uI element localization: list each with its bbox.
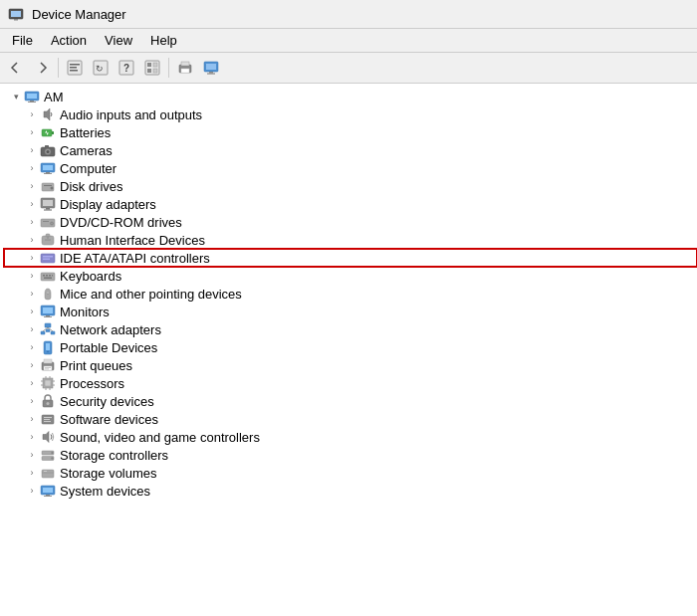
svg-rect-26 bbox=[28, 102, 36, 103]
tree-item-computer[interactable]: › Computer bbox=[4, 159, 697, 177]
tree-item-display[interactable]: › Display adapters bbox=[4, 195, 697, 213]
storage-ctrl-icon bbox=[40, 447, 56, 463]
toolbar: ↻ ? bbox=[0, 53, 697, 84]
system-expand[interactable]: › bbox=[24, 483, 40, 499]
system-icon bbox=[40, 483, 56, 499]
svg-rect-56 bbox=[46, 275, 48, 277]
security-icon bbox=[40, 393, 56, 409]
svg-rect-43 bbox=[44, 210, 52, 211]
ide-icon bbox=[40, 250, 56, 266]
svg-rect-103 bbox=[44, 471, 47, 472]
svg-rect-65 bbox=[44, 316, 52, 317]
print-expand[interactable]: › bbox=[24, 357, 40, 373]
sound-expand[interactable]: › bbox=[24, 429, 40, 445]
content-area[interactable]: ▾ AM › Audio inputs and outputs bbox=[0, 84, 697, 610]
svg-rect-18 bbox=[181, 69, 189, 73]
cameras-label: Cameras bbox=[60, 143, 113, 158]
svg-rect-53 bbox=[43, 259, 50, 261]
forward-button[interactable] bbox=[30, 56, 54, 80]
svg-point-39 bbox=[51, 187, 54, 190]
help-button[interactable]: ? bbox=[115, 56, 138, 80]
monitors-expand[interactable]: › bbox=[24, 304, 40, 319]
tree-item-storage-vol[interactable]: › Storage volumes bbox=[4, 464, 697, 482]
menu-help[interactable]: Help bbox=[142, 31, 185, 50]
print-button[interactable] bbox=[173, 56, 197, 80]
tree-item-batteries[interactable]: › Batteries bbox=[4, 123, 697, 141]
display-expand[interactable]: › bbox=[24, 196, 40, 212]
window-title: Device Manager bbox=[32, 7, 126, 22]
svg-rect-105 bbox=[43, 488, 53, 493]
software-expand[interactable]: › bbox=[24, 411, 40, 427]
tree-item-ide[interactable]: › IDE ATA/ATAPI controllers bbox=[4, 249, 697, 267]
storage-vol-expand[interactable]: › bbox=[24, 465, 40, 481]
tree-item-disk[interactable]: › Disk drives bbox=[4, 177, 697, 195]
network-expand[interactable]: › bbox=[24, 321, 40, 337]
svg-rect-96 bbox=[44, 421, 51, 422]
tree-item-keyboards[interactable]: › Keyboards bbox=[4, 267, 697, 285]
menu-file[interactable]: File bbox=[4, 31, 41, 50]
keyboards-label: Keyboards bbox=[60, 269, 121, 284]
disk-expand[interactable]: › bbox=[24, 178, 40, 194]
dvd-icon bbox=[40, 214, 56, 230]
back-button[interactable] bbox=[4, 56, 28, 80]
svg-point-75 bbox=[47, 351, 49, 353]
svg-rect-72 bbox=[46, 329, 50, 332]
svg-rect-54 bbox=[41, 273, 55, 281]
svg-rect-52 bbox=[43, 256, 53, 258]
tree-item-hid[interactable]: › Human Interface Devices bbox=[4, 231, 697, 249]
menu-view[interactable]: View bbox=[97, 31, 140, 50]
mice-icon bbox=[40, 286, 56, 302]
tree-item-monitors[interactable]: › Monitors bbox=[4, 303, 697, 320]
audio-label: Audio inputs and outputs bbox=[60, 107, 202, 122]
tree-item-sound[interactable]: › Sound, video and game controllers bbox=[4, 428, 697, 446]
svg-point-100 bbox=[51, 457, 53, 459]
menu-action[interactable]: Action bbox=[43, 31, 95, 50]
properties-button[interactable] bbox=[63, 56, 87, 80]
hid-expand[interactable]: › bbox=[24, 232, 40, 248]
update-button[interactable]: ↻ bbox=[89, 56, 113, 80]
cameras-expand[interactable]: › bbox=[24, 142, 40, 158]
tree-item-print[interactable]: › Print queues bbox=[4, 356, 697, 374]
tree-item-network[interactable]: › Network adapters bbox=[4, 320, 697, 338]
device-manager-icon bbox=[8, 6, 24, 22]
security-expand[interactable]: › bbox=[24, 393, 40, 409]
ide-expand[interactable]: › bbox=[24, 250, 40, 266]
storage-vol-icon bbox=[40, 465, 56, 481]
tree-item-software[interactable]: › Software devices bbox=[4, 410, 697, 428]
batteries-expand[interactable]: › bbox=[24, 124, 40, 140]
tree-item-system[interactable]: › System devices bbox=[4, 482, 697, 500]
show-hidden-button[interactable] bbox=[140, 56, 164, 80]
tree-root-node[interactable]: ▾ AM bbox=[4, 88, 697, 105]
svg-rect-15 bbox=[153, 69, 157, 73]
svg-rect-24 bbox=[27, 94, 37, 99]
root-expand[interactable]: ▾ bbox=[8, 89, 24, 104]
hid-label: Human Interface Devices bbox=[60, 233, 205, 248]
tree-item-processors[interactable]: › Processors bbox=[4, 374, 697, 392]
svg-rect-13 bbox=[153, 63, 157, 67]
svg-rect-36 bbox=[44, 173, 52, 174]
keyboards-expand[interactable]: › bbox=[24, 268, 40, 284]
tree-item-mice[interactable]: › Mice and other pointing devices bbox=[4, 285, 697, 303]
tree-item-portable[interactable]: › Portable Devices bbox=[4, 338, 697, 356]
computer-expand[interactable]: › bbox=[24, 160, 40, 176]
tree-item-cameras[interactable]: › Cameras bbox=[4, 141, 697, 159]
display-label: Display adapters bbox=[60, 197, 156, 212]
mice-expand[interactable]: › bbox=[24, 286, 40, 302]
audio-expand[interactable]: › bbox=[24, 106, 40, 122]
storage-ctrl-label: Storage controllers bbox=[60, 448, 168, 463]
dvd-expand[interactable]: › bbox=[24, 214, 40, 230]
svg-point-61 bbox=[47, 292, 49, 294]
tree-item-dvd[interactable]: › DVD/CD-ROM drives bbox=[4, 213, 697, 231]
tree-item-storage-ctrl[interactable]: › Storage controllers bbox=[4, 446, 697, 464]
tree-item-audio[interactable]: › Audio inputs and outputs bbox=[4, 105, 697, 123]
svg-point-31 bbox=[47, 150, 50, 153]
svg-rect-5 bbox=[70, 67, 77, 69]
processors-expand[interactable]: › bbox=[24, 375, 40, 391]
portable-expand[interactable]: › bbox=[24, 339, 40, 355]
software-label: Software devices bbox=[60, 412, 158, 427]
storage-ctrl-expand[interactable]: › bbox=[24, 447, 40, 463]
tree-item-security[interactable]: › Security devices bbox=[4, 392, 697, 410]
svg-rect-77 bbox=[44, 359, 52, 363]
portable-label: Portable Devices bbox=[60, 340, 157, 355]
monitor-button[interactable] bbox=[199, 56, 223, 80]
